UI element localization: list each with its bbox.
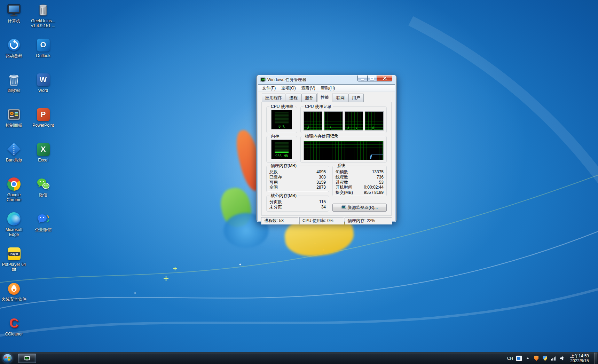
menu-options[interactable]: 选项(O) [278, 85, 298, 92]
outlook-icon: O [35, 37, 51, 53]
start-button[interactable] [0, 353, 15, 364]
client-area: 应用程序 进程 服务 性能 联网 用户 CPU 使用率 0 % [258, 92, 395, 227]
cpu-usage-group: CPU 使用率 0 % [266, 106, 297, 133]
stat-row: 开机时间0:00:02:44 [336, 185, 384, 190]
desktop-icon-driver[interactable]: 驱动总裁 [1, 37, 27, 72]
chevron-up-icon[interactable] [525, 356, 530, 361]
desktop-icon-word[interactable]: W Word [28, 72, 58, 106]
desktop-icon-excel[interactable]: X Excel [28, 141, 58, 176]
cpu-usage-group-title: CPU 使用率 [269, 104, 295, 109]
language-indicator[interactable]: CH [507, 356, 513, 361]
excel-icon: X [35, 141, 51, 157]
cpu-history-graph-1 [304, 111, 322, 130]
desktop-icon-label: Microsoft Edge [1, 227, 27, 237]
task-manager-window: Windows 任务管理器 文件(F) 选项(O) 查看(V) 帮助(H) 应用… [256, 75, 397, 222]
cpu-history-graph-3 [345, 111, 363, 130]
potplayer-icon: Player [6, 246, 22, 262]
desktop-icon-control-panel[interactable]: 控制面板 [1, 106, 27, 141]
memory-gauge-group: 内存 935 MB [266, 136, 297, 163]
desktop-icon-label: 火绒安全软件 [1, 297, 26, 302]
cpu-history-group-title: CPU 使用记录 [304, 104, 333, 109]
bandizip-icon [6, 141, 22, 157]
stat-row: 句柄数13375 [336, 169, 384, 175]
desktop-icon-label: Word [38, 88, 48, 93]
geekuninstaller-icon [35, 2, 51, 18]
memory-value: 935 MB [275, 154, 288, 158]
desktop-icon-computer[interactable]: 计算机 [1, 2, 27, 37]
menu-help[interactable]: 帮助(H) [318, 85, 338, 92]
desktop-icon-label: 控制面板 [6, 123, 22, 128]
tab-networking[interactable]: 联网 [333, 94, 348, 102]
desktop-icon-bandizip[interactable]: Bandizip [1, 141, 27, 176]
desktop-icon-label: Outlook [36, 53, 50, 58]
taskbar: CH 上午14:59 2022/8/1 [0, 352, 598, 364]
cpu-usage-value: 0 % [278, 125, 285, 128]
desktop-icon-label: Google Chrome [1, 192, 27, 202]
wecom-icon [35, 211, 51, 227]
tab-users[interactable]: 用户 [348, 94, 364, 102]
status-bar: 进程数: 53 CPU 使用率: 0% 物理内存: 22% [261, 217, 392, 224]
resource-monitor-button[interactable]: 资源监视器(R)... [332, 204, 387, 212]
huorong-tray-icon[interactable] [534, 356, 539, 361]
maximize-button[interactable] [367, 76, 377, 81]
clock-time: 上午14:59 [570, 354, 589, 358]
taskbar-clock[interactable]: 上午14:59 2022/8/15 [568, 354, 591, 363]
security-shield-icon[interactable] [542, 356, 548, 361]
desktop-icon-label: 驱动总裁 [6, 53, 22, 58]
desktop-icon-recycle-bin[interactable]: 回收站 [1, 72, 27, 106]
tab-strip: 应用程序 进程 服务 性能 联网 用户 [262, 94, 392, 102]
desktop-icon-outlook[interactable]: O Outlook [28, 37, 58, 72]
clock-date: 2022/8/15 [570, 358, 589, 363]
stat-row: 提交(MB)955 / 8189 [336, 190, 384, 195]
desktop-icon-powerpoint[interactable]: P PowerPoint [28, 106, 58, 141]
system-tray: CH 上午14:59 2022/8/1 [507, 353, 598, 364]
ccleaner-icon: C [6, 315, 22, 331]
desktop-icon-label: 计算机 [8, 18, 20, 23]
memory-meter: 935 MB [271, 140, 292, 159]
huorong-security-icon [6, 280, 22, 296]
minimize-button[interactable] [357, 76, 367, 81]
input-method-icon[interactable] [516, 356, 522, 361]
menu-view[interactable]: 查看(V) [299, 85, 318, 92]
status-physical-memory: 物理内存: 22% [345, 217, 392, 224]
network-icon[interactable] [551, 356, 557, 361]
close-button[interactable] [377, 76, 392, 81]
desktop-icon-label: PowerPoint [32, 123, 54, 128]
resource-monitor-icon [341, 205, 346, 209]
desktop-icon-chrome[interactable]: Google Chrome [1, 176, 27, 211]
close-icon [383, 76, 387, 81]
desktop-icon-edge[interactable]: Microsoft Edge [1, 211, 27, 246]
stat-row: 线程数736 [336, 175, 384, 180]
system-group: 系统 句柄数13375 线程数736 进程数53 开机时间0:00:02:44 … [332, 166, 387, 196]
tab-processes[interactable]: 进程 [286, 94, 301, 102]
desktop-icon-geekuninstaller[interactable]: GeekUnins... v1.4.9.151 ... [28, 2, 58, 37]
volume-icon[interactable] [560, 356, 565, 361]
system-group-title: 系统 [336, 163, 347, 168]
cpu-row: CPU 使用率 0 % CPU 使用记录 [266, 106, 387, 133]
potplayer-badge: Player [8, 252, 20, 256]
desktop-icon-ccleaner[interactable]: C CCleaner [1, 315, 27, 350]
powerpoint-icon: P [35, 106, 51, 122]
status-processes: 进程数: 53 [261, 217, 299, 224]
stat-row: 进程数53 [336, 180, 384, 185]
task-manager-app-icon [260, 77, 266, 82]
stat-row: 总数4095 [269, 169, 326, 175]
show-desktop-button[interactable] [594, 353, 597, 364]
tab-services[interactable]: 服务 [301, 94, 317, 102]
desktop-icon-huorong[interactable]: 火绒安全软件 [1, 280, 27, 315]
desktop-icon-label: 企业微信 [35, 227, 52, 232]
desktop-icon-wecom[interactable]: 企业微信 [28, 211, 58, 246]
desktop-icons-column-1: 计算机 驱动总裁 回收站 [1, 2, 27, 350]
kernel-memory-title: 核心内存(MB) [269, 193, 298, 198]
tab-applications[interactable]: 应用程序 [262, 94, 285, 102]
physical-memory-title: 物理内存(MB) [269, 163, 298, 168]
taskbar-item-task-manager[interactable] [18, 354, 36, 363]
title-bar[interactable]: Windows 任务管理器 [258, 75, 395, 84]
stat-row: 分页数115 [269, 199, 326, 205]
desktop-icon-wechat[interactable]: 微信 [28, 176, 58, 211]
tab-performance[interactable]: 性能 [317, 93, 332, 102]
desktop-icon-potplayer[interactable]: Player PotPlayer 64 bit [1, 246, 27, 280]
desktop-icon-label: Excel [38, 158, 48, 163]
menu-file[interactable]: 文件(F) [259, 85, 278, 92]
control-panel-icon [6, 106, 22, 122]
